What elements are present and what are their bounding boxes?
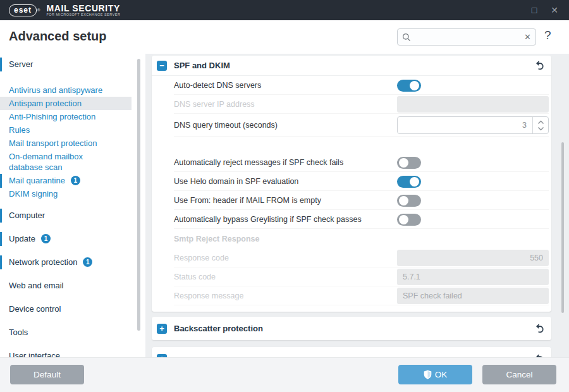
setting-control: 550 (397, 250, 549, 266)
text-input-disabled: 5.7.1 (397, 269, 549, 285)
toggle-switch-off[interactable] (397, 157, 421, 169)
ok-button[interactable]: OK (398, 365, 472, 384)
sidebar-item-server[interactable]: Server (0, 58, 132, 71)
revert-icon[interactable] (534, 323, 545, 334)
section-header-backscatter[interactable]: + Backscatter protection (152, 317, 551, 340)
text-input-disabled: SPF check failed (397, 288, 549, 304)
setting-control: 3 (397, 116, 549, 134)
setting-row: DNS server IP address (152, 95, 551, 114)
setting-row: Automatically reject messages if SPF che… (152, 153, 551, 172)
attention-marker (0, 255, 2, 269)
sidebar-item-web-and-email[interactable]: Web and email (0, 279, 132, 292)
section-header-spf-and-dkim[interactable]: − SPF and DKIM (152, 56, 551, 76)
close-button[interactable]: ✕ (549, 6, 560, 15)
sidebar-item-antivirus-and-antispyware[interactable]: Antivirus and antispyware (0, 83, 132, 97)
sidebar-item-label: DKIM signing (9, 189, 58, 199)
setting-row: Use Helo domain in SPF evaluation (152, 172, 551, 191)
sidebar-item-device-control[interactable]: Device control (0, 302, 132, 315)
setting-control (397, 80, 549, 92)
product-subtitle: FOR MICROSOFT EXCHANGE SERVER (46, 13, 120, 17)
sidebar-item-mail-transport-protection[interactable]: Mail transport protection (0, 137, 132, 150)
registered-mark: ® (37, 8, 40, 12)
settings-content: − SPF and DKIM Auto-detect DNS serversDN… (145, 54, 569, 357)
setting-control: 5.7.1 (397, 269, 549, 285)
toggle-switch-on[interactable] (397, 176, 421, 188)
maximize-button[interactable]: □ (529, 6, 540, 15)
notification-badge: 1 (71, 176, 80, 185)
input-value: 5.7.1 (403, 273, 420, 281)
setting-label: Automatically bypass Greylisting if SPF … (174, 215, 362, 224)
attention-marker (0, 58, 2, 71)
section-header-partial[interactable]: + (152, 347, 551, 357)
attention-marker (0, 209, 2, 223)
toggle-switch-off[interactable] (397, 214, 421, 226)
search-input[interactable] (414, 33, 524, 42)
page-title: Advanced setup (9, 29, 106, 44)
setting-row: Response messageSPF check failed (152, 286, 551, 305)
notification-badge: 1 (41, 234, 51, 243)
sidebar-item-label: Mail transport protection (9, 138, 97, 148)
setting-row: Automatically bypass Greylisting if SPF … (152, 210, 551, 229)
sidebar-item-label: Mail quarantine (9, 176, 65, 185)
spinner-up-icon[interactable] (537, 120, 544, 125)
setting-label: Status code (174, 273, 216, 281)
toggle-switch-on[interactable] (397, 80, 421, 92)
number-input[interactable]: 3 (397, 116, 549, 134)
cancel-button[interactable]: Cancel (482, 365, 556, 384)
toggle-switch-off[interactable] (397, 195, 421, 207)
section-spf-and-dkim: − SPF and DKIM Auto-detect DNS serversDN… (152, 56, 551, 312)
advanced-setup-window: eset ® MAIL SECURITY FOR MICROSOFT EXCHA… (0, 0, 569, 392)
sidebar-scrollbar[interactable] (137, 59, 140, 331)
spinner[interactable] (532, 117, 548, 133)
setting-row: Smtp Reject Response (152, 229, 551, 248)
clear-search-icon[interactable]: ✕ (524, 32, 531, 42)
setting-control: SPF check failed (397, 288, 549, 304)
sidebar-item-label: Web and email (9, 281, 63, 290)
sidebar-item-mail-quarantine[interactable]: Mail quarantine1 (0, 174, 132, 187)
sidebar-item-label: Server (9, 59, 33, 69)
settings-rows: Auto-detect DNS serversDNS server IP add… (152, 76, 551, 312)
sidebar-item-label: Anti-Phishing protection (9, 112, 95, 121)
sidebar-item-antispam-protection[interactable]: Antispam protection (0, 97, 132, 110)
sidebar-item-anti-phishing-protection[interactable]: Anti-Phishing protection (0, 110, 132, 123)
sidebar-item-tools[interactable]: Tools (0, 326, 132, 339)
product-name: MAIL SECURITY (46, 4, 120, 13)
sidebar-item-user-interface[interactable]: User interface (0, 349, 132, 357)
setting-label: Response message (174, 291, 243, 300)
sidebar-item-network-protection[interactable]: Network protection1 (0, 255, 132, 269)
setting-row: DNS query timeout (seconds)3 (152, 114, 551, 137)
shield-icon (424, 370, 432, 379)
toggle-knob (410, 177, 419, 187)
sidebar: ServerAntivirus and antispywareAntispam … (0, 54, 145, 357)
text-input-disabled: 550 (397, 250, 549, 266)
sidebar-item-label: Device control (9, 304, 61, 314)
collapse-icon[interactable]: − (157, 61, 167, 71)
content-scrollbar[interactable] (561, 142, 564, 313)
setting-label: DNS server IP address (174, 100, 255, 109)
setting-row: Response code550 (152, 248, 551, 267)
spinner-down-icon[interactable] (537, 126, 544, 131)
default-button[interactable]: Default (10, 365, 84, 384)
expand-icon[interactable]: + (157, 324, 167, 334)
sidebar-item-on-demand-mailbox-database-scan[interactable]: On-demand mailbox database scan (0, 150, 132, 174)
sidebar-item-rules[interactable]: Rules (0, 123, 132, 137)
footer-bar: Default OK Cancel (0, 357, 569, 392)
setting-label: Automatically reject messages if SPF che… (174, 158, 343, 167)
sidebar-item-label: Computer (9, 211, 45, 220)
product-title: MAIL SECURITY FOR MICROSOFT EXCHANGE SER… (46, 4, 120, 17)
sidebar-item-update[interactable]: Update1 (0, 232, 132, 245)
help-icon[interactable]: ? (544, 28, 551, 42)
setting-label: Use Helo domain in SPF evaluation (174, 177, 298, 186)
search-box[interactable]: ✕ (397, 28, 536, 46)
header-band: Advanced setup ✕ ? (0, 20, 569, 54)
attention-marker (0, 174, 2, 188)
setting-control (397, 96, 549, 113)
sidebar-nav: ServerAntivirus and antispywareAntispam … (0, 54, 145, 357)
sidebar-item-computer[interactable]: Computer (0, 209, 132, 222)
sidebar-item-dkim-signing[interactable]: DKIM signing (0, 187, 132, 200)
revert-icon[interactable] (534, 60, 545, 71)
section-backscatter-protection: + Backscatter protection (152, 317, 551, 340)
sidebar-item-label: Network protection (9, 257, 77, 267)
setting-row: Auto-detect DNS servers (152, 76, 551, 95)
sidebar-item-label: User interface (9, 351, 60, 357)
